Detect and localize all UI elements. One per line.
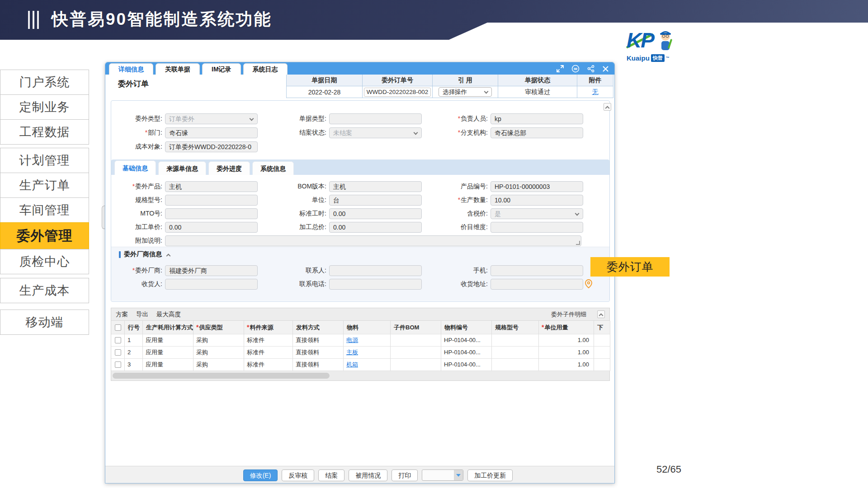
field-label: 联系电话:: [299, 280, 326, 287]
cost-object-input[interactable]: 订单委外WWDD-20220228-0: [165, 141, 258, 152]
attachment-link[interactable]: 无: [592, 88, 599, 96]
process-total-price-input[interactable]: 0.00: [329, 222, 422, 233]
outsource-type-select[interactable]: 订单委外: [165, 113, 258, 124]
mto-no-input[interactable]: [165, 208, 258, 219]
process-unit-price-input[interactable]: 0.00: [165, 222, 258, 233]
toolbar-export-button[interactable]: 导出: [136, 310, 148, 319]
section-collapse-icon[interactable]: [166, 253, 171, 258]
subitems-grid-panel: 方案 导出 最大高度 委外子件明细 行号 生产耗用计算方式 *供应类型 *料件来…: [111, 308, 610, 381]
contact-phone-input[interactable]: [329, 279, 422, 290]
field-label: 价目维度:: [461, 223, 488, 230]
footer-dropdown[interactable]: [422, 469, 463, 481]
material-link[interactable]: 主板: [346, 349, 358, 356]
chevron-down-icon: [484, 89, 489, 94]
share-icon[interactable]: [587, 65, 594, 72]
modify-button[interactable]: 修改(E): [243, 469, 278, 481]
usage-status-button[interactable]: 被用情况: [349, 469, 387, 481]
kuaipu-mascot-icon: [656, 30, 675, 53]
grid-collapse-button[interactable]: [597, 310, 605, 318]
section-marker: [119, 251, 121, 258]
delivery-address-input[interactable]: [491, 279, 583, 290]
scrollbar-thumb[interactable]: [113, 373, 330, 379]
department-input[interactable]: 奇石缘: [165, 127, 258, 138]
horizontal-scrollbar[interactable]: [111, 371, 609, 380]
close-case-button[interactable]: 结案: [318, 469, 344, 481]
col-sub-bom: 子件BOM: [391, 321, 441, 334]
sidebar-item-custom-business[interactable]: 定制业务: [0, 94, 89, 120]
vendor-input[interactable]: 福建委外厂商: [165, 265, 258, 276]
field-mobile: 手机:: [441, 265, 583, 277]
mobile-input[interactable]: [491, 265, 583, 276]
vendor-section-header[interactable]: 委外厂商信息: [119, 250, 170, 258]
doc-type-input[interactable]: [329, 113, 422, 124]
doc-status-label: 单据状态: [498, 75, 577, 86]
kp-lettermark: KP: [627, 30, 654, 51]
field-label: MTO号:: [140, 210, 162, 217]
field-label: 委外产品:: [135, 183, 162, 190]
close-icon[interactable]: [602, 66, 609, 72]
sidebar-item-production-cost[interactable]: 生产成本: [0, 278, 89, 303]
row-checkbox[interactable]: [115, 349, 121, 356]
material-link[interactable]: 电源: [346, 337, 358, 343]
location-pin-icon[interactable]: [585, 279, 592, 288]
branch-input[interactable]: 奇石缘总部: [491, 127, 583, 138]
subitems-table: 行号 生产耗用计算方式 *供应类型 *料件来源 发料方式 物料 子件BOM 物料…: [111, 321, 609, 371]
im-chat-icon[interactable]: IM: [571, 65, 580, 73]
responsible-person-input[interactable]: kp: [491, 113, 583, 124]
field-label: 标准工时:: [299, 210, 326, 217]
doc-attachment-label: 附件: [577, 75, 613, 86]
tax-included-select[interactable]: 是: [491, 208, 583, 219]
product-code-input[interactable]: HP-0101-00000003: [491, 181, 583, 192]
sidebar-item-workshop-management[interactable]: 车间管理: [0, 197, 89, 223]
sidebar-item-outsourcing-management[interactable]: 委外管理: [0, 222, 89, 249]
sidebar-item-portal[interactable]: 门户系统: [0, 70, 89, 95]
toolbar-scheme-button[interactable]: 方案: [116, 310, 128, 319]
field-label: 生产数量:: [461, 196, 488, 203]
closing-status-select[interactable]: 未结案: [329, 127, 422, 138]
tab-im-records[interactable]: IM记录: [202, 63, 241, 75]
bom-version-input[interactable]: 主机: [329, 181, 422, 192]
row-checkbox[interactable]: [115, 337, 121, 343]
material-link[interactable]: 机箱: [346, 361, 358, 368]
sidebar-item-production-order[interactable]: 生产订单: [0, 173, 89, 198]
panel-collapse-button[interactable]: [604, 103, 611, 111]
reference-action-select[interactable]: 选择操作: [439, 87, 492, 97]
logo-tm: ™: [666, 56, 670, 60]
print-button[interactable]: 打印: [392, 469, 418, 481]
production-qty-input[interactable]: 10.00: [491, 195, 583, 206]
unapprove-button[interactable]: 反审核: [282, 469, 314, 481]
unit-input[interactable]: 台: [329, 195, 422, 206]
tab-detail-info[interactable]: 详细信息: [109, 63, 153, 75]
additional-notes-textarea[interactable]: [165, 235, 581, 246]
field-contact-person: 联系人:: [279, 265, 422, 277]
sidebar-item-engineering-data[interactable]: 工程数据: [0, 119, 89, 145]
spec-model-input[interactable]: [165, 195, 258, 206]
fullscreen-icon[interactable]: [557, 65, 564, 72]
outsource-product-input[interactable]: 主机: [165, 181, 258, 192]
field-label: 成本对象:: [135, 143, 162, 150]
row-checkbox[interactable]: [115, 361, 121, 368]
standard-hours-input[interactable]: 0.00: [329, 208, 422, 219]
tab-system-log[interactable]: 系统日志: [243, 63, 288, 75]
field-label: 单据类型:: [299, 115, 326, 122]
tab-outsourcing-progress[interactable]: 委外进度: [208, 161, 250, 175]
module-sidebar: 门户系统 定制业务 工程数据 计划管理 生产订单 车间管理 委外管理 质检中心 …: [0, 70, 89, 335]
sidebar-item-plan-management[interactable]: 计划管理: [0, 148, 89, 173]
price-dimension-input[interactable]: [491, 222, 583, 233]
tab-basic-info[interactable]: 基础信息: [114, 160, 156, 175]
update-process-price-button[interactable]: 加工价更新: [467, 469, 513, 481]
field-label: 含税价:: [467, 210, 488, 217]
receiver-input[interactable]: [165, 279, 258, 290]
col-supply-type: *供应类型: [193, 321, 244, 334]
field-label: BOM版本:: [297, 183, 326, 190]
toolbar-max-height-button[interactable]: 最大高度: [156, 310, 181, 319]
sidebar-item-mobile[interactable]: 移动端: [0, 310, 89, 335]
sidebar-item-quality-center[interactable]: 质检中心: [0, 249, 89, 274]
field-contact-phone: 联系电话:: [279, 278, 422, 290]
field-label: 委外类型:: [135, 115, 162, 122]
contact-person-input[interactable]: [329, 265, 422, 276]
tab-system-info[interactable]: 系统信息: [252, 161, 294, 175]
tab-related-documents[interactable]: 关联单据: [156, 63, 200, 75]
tab-source-doc-info[interactable]: 来源单信息: [158, 161, 206, 175]
select-all-checkbox[interactable]: [115, 324, 121, 331]
